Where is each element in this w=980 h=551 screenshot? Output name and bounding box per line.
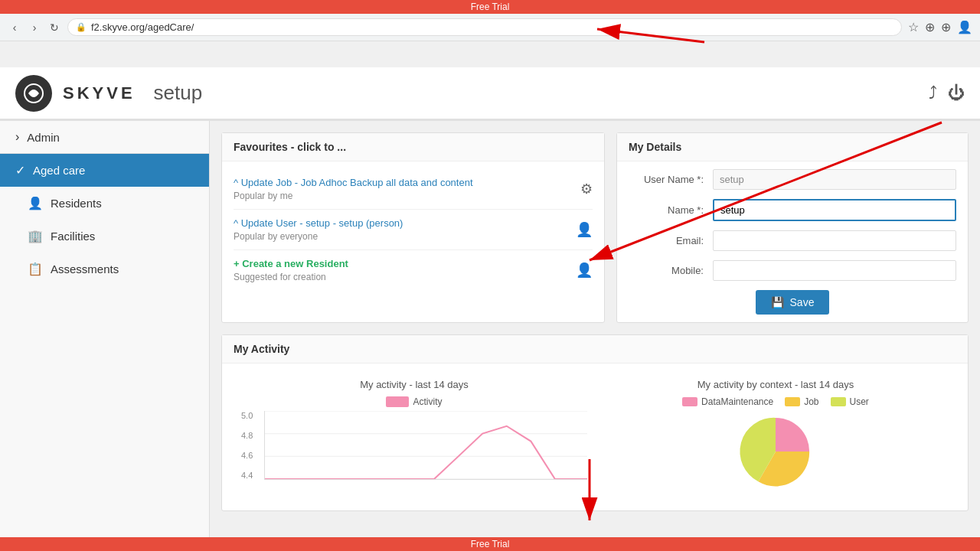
logo-text: SKYVE	[63, 83, 136, 103]
residents-icon: 👤	[28, 196, 43, 210]
app-wrapper: SKYVE setup ⤴ ⏻ › Admin ✓ Aged care 👤 Re…	[0, 67, 980, 551]
y-label-0: 5.0	[241, 411, 263, 420]
pie-svg-container	[603, 413, 949, 490]
legend-color-dm	[682, 397, 697, 406]
bookmark-icon[interactable]: ☆	[908, 20, 919, 34]
sidebar-item-admin-label: Admin	[27, 131, 60, 144]
fav-item-2-text: ^ Update User - setup - setup (person) P…	[234, 217, 403, 242]
legend-label-user: User	[850, 396, 869, 407]
fav-item-1-icon: ⚙	[580, 181, 593, 197]
free-trial-top-label: Free Trial	[471, 2, 510, 12]
free-trial-bottom-banner: Free Trial	[0, 537, 980, 551]
legend-item-activity: Activity	[386, 396, 442, 407]
address-bar[interactable]: 🔒 f2.skyve.org/agedCare/	[67, 18, 902, 36]
line-chart-title: My activity - last 14 days	[241, 379, 587, 390]
pie-chart-container: My activity by context - last 14 days Da…	[603, 379, 949, 495]
sidebar-item-admin[interactable]: › Admin	[0, 121, 209, 153]
url-text: f2.skyve.org/agedCare/	[91, 21, 194, 33]
power-button[interactable]: ⏻	[948, 83, 965, 103]
save-button[interactable]: 💾 Save	[756, 290, 830, 315]
back-button[interactable]: ‹	[8, 21, 21, 34]
favourites-panel-header: Favourites - click to ...	[222, 133, 604, 161]
mobile-label: Mobile:	[629, 265, 713, 276]
my-details-panel-body: User Name *: Name *: Email: Mobi	[617, 161, 968, 322]
fav-item-2-subtitle: Popular by everyone	[234, 231, 403, 242]
my-activity-panel-body: My activity - last 14 days Activity 5.0	[222, 364, 968, 510]
username-row: User Name *:	[629, 169, 956, 190]
lock-icon: 🔒	[76, 22, 87, 32]
save-icon: 💾	[771, 296, 784, 308]
fav-item-1-title: ^ Update Job - Job Adhoc Backup all data…	[234, 177, 473, 188]
fav-item-2-icon: 👤	[576, 221, 593, 238]
legend-color-job	[785, 397, 800, 406]
fav-item-1-subtitle: Popular by me	[234, 191, 473, 201]
sidebar-item-assessments-label: Assessments	[51, 262, 119, 276]
share-button[interactable]: ⤴	[929, 83, 937, 103]
free-trial-bottom-label: Free Trial	[471, 539, 510, 549]
activity-charts: My activity - last 14 days Activity 5.0	[234, 371, 956, 503]
app-header: SKYVE setup ⤴ ⏻	[0, 67, 980, 121]
top-panels: Favourites - click to ... ^ Update Job -…	[221, 132, 969, 323]
fav-item-2-title: ^ Update User - setup - setup (person)	[234, 217, 403, 229]
forward-button[interactable]: ›	[28, 21, 41, 34]
mobile-row: Mobile:	[629, 260, 956, 281]
fav-item-2[interactable]: ^ Update User - setup - setup (person) P…	[234, 210, 593, 250]
sidebar-item-aged-care-label: Aged care	[33, 164, 85, 177]
legend-item-datamaintenance: DataMaintenance	[682, 396, 773, 407]
email-label: Email:	[629, 235, 713, 246]
fav-item-3-subtitle: Suggested for creation	[234, 272, 348, 282]
name-input[interactable]	[713, 199, 956, 221]
legend-label-dm: DataMaintenance	[701, 396, 773, 407]
y-label-1: 4.8	[241, 431, 263, 440]
fav-item-3-title: + Create a new Resident	[234, 258, 348, 269]
y-label-3: 4.4	[241, 471, 263, 480]
extension-icon-2[interactable]: ⊕	[941, 20, 951, 34]
extension-icon-1[interactable]: ⊕	[925, 20, 935, 34]
save-btn-row: 💾 Save	[629, 290, 956, 315]
line-chart-container: My activity - last 14 days Activity 5.0	[241, 379, 587, 495]
username-input[interactable]	[713, 169, 956, 190]
chart-y-labels: 5.0 4.8 4.6 4.4	[241, 411, 263, 480]
line-chart-legend: Activity	[241, 396, 587, 407]
legend-item-job: Job	[785, 396, 818, 407]
sidebar: › Admin ✓ Aged care 👤 Residents 🏢 Facili…	[0, 121, 210, 551]
fav-item-1-text: ^ Update Job - Job Adhoc Backup all data…	[234, 177, 473, 201]
content-area: Favourites - click to ... ^ Update Job -…	[210, 121, 980, 551]
my-activity-panel-header: My Activity	[222, 335, 968, 364]
pie-chart-title: My activity by context - last 14 days	[603, 379, 949, 390]
mobile-input[interactable]	[713, 260, 956, 281]
username-label: User Name *:	[629, 174, 713, 185]
logo-area: SKYVE setup	[15, 75, 202, 112]
sidebar-item-residents-label: Residents	[51, 197, 102, 210]
sidebar-item-aged-care[interactable]: ✓ Aged care	[0, 154, 209, 187]
legend-color-user	[831, 397, 846, 406]
legend-label-activity: Activity	[413, 396, 442, 407]
main-area: › Admin ✓ Aged care 👤 Residents 🏢 Facili…	[0, 121, 980, 551]
favourites-panel: Favourites - click to ... ^ Update Job -…	[221, 132, 605, 323]
pie-chart-legend: DataMaintenance Job User	[603, 396, 949, 407]
sidebar-item-residents[interactable]: 👤 Residents	[0, 187, 209, 220]
fav-item-3-text: + Create a new Resident Suggested for cr…	[234, 258, 348, 282]
name-label: Name *:	[629, 204, 713, 216]
favourites-panel-body: ^ Update Job - Job Adhoc Backup all data…	[222, 161, 604, 298]
my-details-panel: My Details User Name *: Name *: Email:	[616, 132, 969, 323]
app-title: setup	[154, 81, 203, 105]
reload-button[interactable]: ↻	[47, 21, 61, 34]
fav-item-1[interactable]: ^ Update Job - Job Adhoc Backup all data…	[234, 169, 593, 210]
sidebar-item-facilities-label: Facilities	[51, 230, 95, 243]
sidebar-item-facilities[interactable]: 🏢 Facilities	[0, 220, 209, 253]
facilities-icon: 🏢	[28, 229, 43, 243]
name-row: Name *:	[629, 199, 956, 221]
sidebar-item-assessments[interactable]: 📋 Assessments	[0, 253, 209, 285]
email-input[interactable]	[713, 230, 956, 251]
logo-circle	[15, 75, 52, 112]
profile-icon[interactable]: 👤	[957, 20, 972, 34]
assessments-icon: 📋	[28, 262, 43, 276]
fav-item-3-icon: 👤	[576, 262, 593, 279]
free-trial-top-banner: Free Trial	[0, 0, 980, 14]
chart-svg-area	[264, 411, 587, 480]
y-label-2: 4.6	[241, 451, 263, 460]
legend-item-user: User	[831, 396, 869, 407]
header-actions: ⤴ ⏻	[929, 83, 965, 103]
fav-item-3[interactable]: + Create a new Resident Suggested for cr…	[234, 250, 593, 290]
